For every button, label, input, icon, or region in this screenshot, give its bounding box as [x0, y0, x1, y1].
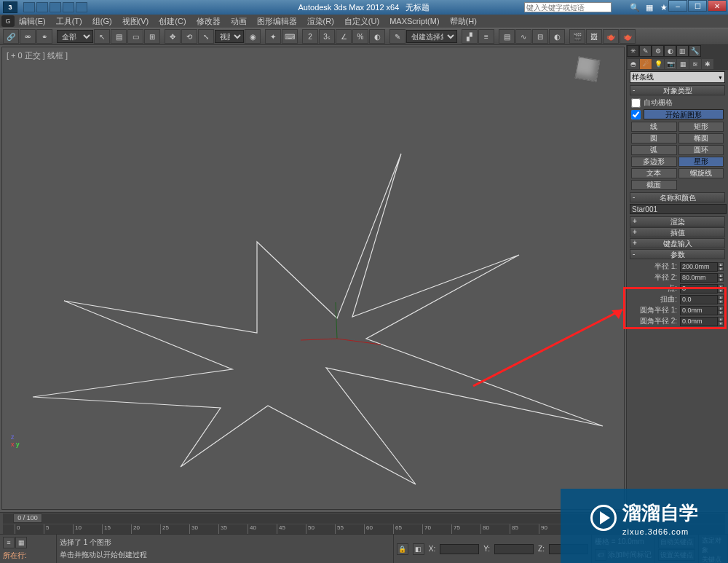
- cat-helpers-icon[interactable]: ▦: [677, 59, 689, 69]
- ref-coord-system[interactable]: 视图: [215, 30, 244, 43]
- menu-animation[interactable]: 动画: [226, 15, 251, 28]
- qa-save-icon[interactable]: [50, 2, 61, 12]
- qa-redo-icon[interactable]: [76, 2, 87, 12]
- angle-snap-icon[interactable]: ∠: [336, 29, 352, 44]
- distortion-spin-down[interactable]: ▼: [718, 299, 724, 304]
- shape-helix-button[interactable]: 螺旋线: [678, 168, 724, 178]
- select-region-icon[interactable]: ▭: [127, 29, 143, 44]
- x-input[interactable]: [440, 544, 479, 554]
- shape-star-button[interactable]: 星形: [678, 157, 724, 167]
- edit-named-sel-icon[interactable]: ✎: [389, 29, 405, 44]
- cat-cameras-icon[interactable]: 📷: [665, 59, 676, 69]
- shape-text-button[interactable]: 文本: [631, 168, 677, 178]
- render-prod-icon[interactable]: 🫖: [620, 29, 636, 44]
- search-icon[interactable]: 🔍: [629, 2, 641, 12]
- app-logo-icon[interactable]: 3: [3, 1, 17, 13]
- tab-motion-icon[interactable]: ◐: [664, 45, 676, 57]
- maximize-button[interactable]: ☐: [688, 0, 707, 12]
- curve-editor-icon[interactable]: ∿: [515, 29, 531, 44]
- shape-category-dropdown[interactable]: 样条线: [630, 71, 725, 83]
- menu-maxscript[interactable]: MAXScript(M): [385, 15, 443, 27]
- start-new-shape-button[interactable]: 开始新图形: [644, 109, 724, 119]
- shape-line-button[interactable]: 线: [631, 122, 677, 132]
- tab-utilities-icon[interactable]: 🔧: [689, 45, 701, 57]
- radius1-spinner[interactable]: 200.0mm: [680, 262, 718, 272]
- move-icon[interactable]: ✥: [165, 29, 181, 44]
- qa-undo-icon[interactable]: [63, 2, 74, 12]
- help-search-input[interactable]: [524, 2, 612, 12]
- layers-icon[interactable]: ▤: [499, 29, 515, 44]
- minimize-button[interactable]: –: [668, 0, 687, 12]
- tab-hierarchy-icon[interactable]: ⚙: [652, 45, 664, 57]
- points-spinner[interactable]: 8: [680, 284, 718, 294]
- select-name-icon[interactable]: ▤: [111, 29, 127, 44]
- tab-create-icon[interactable]: ✳: [627, 45, 639, 57]
- fillet2-spinner[interactable]: 0.0mm: [680, 317, 718, 326]
- shape-rectangle-button[interactable]: 矩形: [678, 122, 724, 132]
- object-name-input[interactable]: [630, 204, 727, 214]
- align-icon[interactable]: ≡: [478, 29, 494, 44]
- app-menu-icon[interactable]: G: [1, 15, 15, 27]
- rotate-icon[interactable]: ⟲: [181, 29, 197, 44]
- cat-shapes-icon[interactable]: ☄: [640, 59, 652, 69]
- menu-render[interactable]: 渲染(R): [303, 15, 339, 28]
- snap3-icon[interactable]: 3ₛ: [319, 29, 335, 44]
- y-input[interactable]: [494, 544, 534, 554]
- menu-customize[interactable]: 自定义(U): [340, 15, 384, 28]
- schematic-icon[interactable]: ⊟: [532, 29, 548, 44]
- radius2-spinner[interactable]: 80.0mm: [680, 273, 718, 283]
- viewport[interactable]: [ + 0 正交 ] 线框 ] zx y: [1, 47, 625, 510]
- tab-display-icon[interactable]: ▥: [676, 45, 689, 57]
- comm-center-icon[interactable]: ▦: [644, 2, 655, 12]
- menu-modifiers[interactable]: 修改器: [192, 15, 225, 28]
- shape-ngon-button[interactable]: 多边形: [631, 157, 677, 167]
- render-setup-icon[interactable]: 🎬: [569, 29, 585, 44]
- lock-selection-icon[interactable]: 🔒: [397, 543, 408, 555]
- percent-snap-icon[interactable]: %: [352, 29, 368, 44]
- menu-tools[interactable]: 工具(T): [52, 15, 87, 28]
- fillet1-spinner[interactable]: 0.0mm: [680, 306, 718, 315]
- bind-icon[interactable]: ⚭: [36, 29, 52, 44]
- fillet1-spin-down[interactable]: ▼: [718, 310, 724, 315]
- select-icon[interactable]: ↖: [94, 29, 110, 44]
- shape-arc-button[interactable]: 弧: [631, 145, 677, 155]
- tab-modify-icon[interactable]: ✎: [639, 45, 652, 57]
- render-icon[interactable]: 🫖: [603, 29, 619, 44]
- unlink-icon[interactable]: ⚮: [20, 29, 36, 44]
- distortion-spinner[interactable]: 0.0: [680, 295, 718, 304]
- menu-edit[interactable]: 编辑(E): [15, 15, 50, 28]
- menu-create[interactable]: 创建(C): [154, 15, 190, 28]
- help-search[interactable]: [524, 2, 612, 12]
- script-listener-icon[interactable]: ≡: [3, 537, 15, 548]
- spinner-snap-icon[interactable]: ◐: [369, 29, 385, 44]
- menu-group[interactable]: 组(G): [88, 15, 116, 28]
- points-spin-down[interactable]: ▼: [718, 288, 724, 293]
- qa-new-icon[interactable]: [23, 2, 35, 12]
- cat-systems-icon[interactable]: ✱: [702, 59, 713, 69]
- material-editor-icon[interactable]: ◐: [549, 29, 565, 44]
- menu-graph[interactable]: 图形编辑器: [253, 15, 301, 28]
- mirror-icon[interactable]: ▞: [462, 29, 478, 44]
- named-selection-set[interactable]: 创建选择集: [406, 30, 457, 43]
- cat-geometry-icon[interactable]: ◓: [628, 59, 639, 69]
- shape-section-button[interactable]: 截面: [631, 180, 677, 190]
- render-frame-icon[interactable]: 🖼: [586, 29, 602, 44]
- snap2-icon[interactable]: 2: [302, 29, 318, 44]
- menu-views[interactable]: 视图(V): [118, 15, 154, 28]
- window-crossing-icon[interactable]: ⊞: [144, 29, 160, 44]
- pivot-icon[interactable]: ◉: [245, 29, 261, 44]
- manipulate-icon[interactable]: ✦: [265, 29, 281, 44]
- shape-circle-button[interactable]: 圆: [631, 133, 677, 143]
- keyboard-icon[interactable]: ⌨: [282, 29, 298, 44]
- abs-rel-icon[interactable]: ◧: [413, 543, 424, 555]
- autogrid-checkbox[interactable]: [631, 98, 641, 108]
- selection-filter[interactable]: 全部: [57, 30, 93, 43]
- start-new-shape-checkbox[interactable]: [631, 110, 641, 119]
- link-icon[interactable]: 🔗: [3, 29, 19, 44]
- radius2-spin-down[interactable]: ▼: [718, 277, 724, 282]
- fillet2-spin-down[interactable]: ▼: [718, 321, 724, 326]
- shape-donut-button[interactable]: 圆环: [678, 145, 724, 155]
- radius1-spin-down[interactable]: ▼: [718, 267, 724, 271]
- cat-spacewarps-icon[interactable]: ≋: [689, 59, 701, 69]
- menu-help[interactable]: 帮助(H): [446, 15, 481, 28]
